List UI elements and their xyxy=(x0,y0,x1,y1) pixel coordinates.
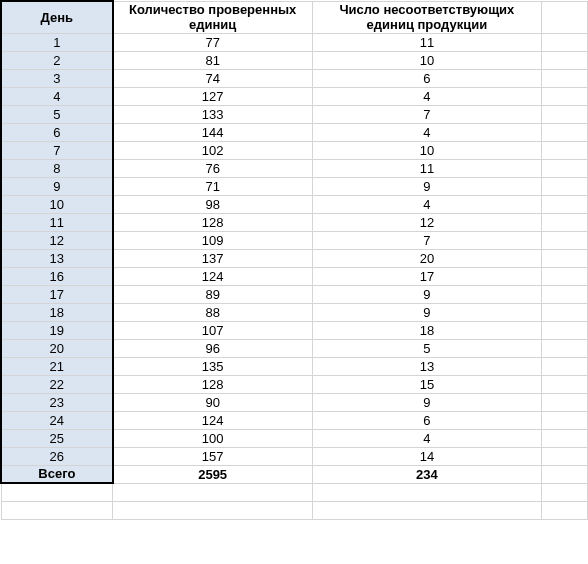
cell-checked[interactable]: 96 xyxy=(113,339,312,357)
cell-checked[interactable]: 124 xyxy=(113,411,312,429)
empty-cell[interactable] xyxy=(542,303,588,321)
empty-cell[interactable] xyxy=(542,195,588,213)
cell-defective[interactable]: 12 xyxy=(312,213,542,231)
header-checked[interactable]: Количество проверенных единиц xyxy=(113,1,312,33)
cell-checked[interactable]: 100 xyxy=(113,429,312,447)
empty-cell[interactable] xyxy=(542,339,588,357)
cell-defective[interactable]: 6 xyxy=(312,411,542,429)
cell-checked[interactable]: 128 xyxy=(113,213,312,231)
cell-day[interactable]: 5 xyxy=(1,105,113,123)
empty-cell[interactable] xyxy=(312,501,542,519)
cell-defective[interactable]: 9 xyxy=(312,285,542,303)
cell-day[interactable]: 9 xyxy=(1,177,113,195)
empty-cell[interactable] xyxy=(542,483,588,501)
cell-checked[interactable]: 88 xyxy=(113,303,312,321)
cell-day[interactable]: 3 xyxy=(1,69,113,87)
cell-day[interactable]: 7 xyxy=(1,141,113,159)
cell-checked[interactable]: 81 xyxy=(113,51,312,69)
empty-cell[interactable] xyxy=(542,123,588,141)
empty-cell[interactable] xyxy=(542,51,588,69)
cell-day[interactable]: 2 xyxy=(1,51,113,69)
empty-cell[interactable] xyxy=(542,69,588,87)
cell-defective[interactable]: 7 xyxy=(312,105,542,123)
cell-checked[interactable]: 133 xyxy=(113,105,312,123)
empty-cell[interactable] xyxy=(542,141,588,159)
cell-checked[interactable]: 137 xyxy=(113,249,312,267)
empty-cell[interactable] xyxy=(542,447,588,465)
cell-defective[interactable]: 5 xyxy=(312,339,542,357)
cell-checked[interactable]: 144 xyxy=(113,123,312,141)
cell-day[interactable]: 17 xyxy=(1,285,113,303)
empty-cell[interactable] xyxy=(542,285,588,303)
empty-cell[interactable] xyxy=(312,483,542,501)
cell-day[interactable]: 23 xyxy=(1,393,113,411)
empty-cell[interactable] xyxy=(542,159,588,177)
cell-checked[interactable]: 98 xyxy=(113,195,312,213)
cell-checked[interactable]: 74 xyxy=(113,69,312,87)
cell-checked[interactable]: 76 xyxy=(113,159,312,177)
empty-cell[interactable] xyxy=(542,375,588,393)
cell-defective[interactable]: 7 xyxy=(312,231,542,249)
cell-checked[interactable]: 157 xyxy=(113,447,312,465)
cell-defective[interactable]: 4 xyxy=(312,123,542,141)
cell-checked[interactable]: 109 xyxy=(113,231,312,249)
empty-cell[interactable] xyxy=(542,501,588,519)
cell-defective[interactable]: 4 xyxy=(312,87,542,105)
header-day[interactable]: День xyxy=(1,1,113,33)
empty-cell[interactable] xyxy=(1,483,113,501)
empty-cell[interactable] xyxy=(542,393,588,411)
cell-defective[interactable]: 13 xyxy=(312,357,542,375)
cell-defective[interactable]: 15 xyxy=(312,375,542,393)
cell-defective[interactable]: 17 xyxy=(312,267,542,285)
empty-cell[interactable] xyxy=(542,33,588,51)
cell-checked[interactable]: 127 xyxy=(113,87,312,105)
cell-day[interactable]: 1 xyxy=(1,33,113,51)
cell-day[interactable]: 20 xyxy=(1,339,113,357)
empty-header[interactable] xyxy=(542,1,588,33)
cell-day[interactable]: 10 xyxy=(1,195,113,213)
cell-defective[interactable]: 10 xyxy=(312,51,542,69)
cell-day[interactable]: 16 xyxy=(1,267,113,285)
cell-day[interactable]: 6 xyxy=(1,123,113,141)
cell-checked[interactable]: 77 xyxy=(113,33,312,51)
cell-checked[interactable]: 124 xyxy=(113,267,312,285)
total-label[interactable]: Всего xyxy=(1,465,113,483)
cell-defective[interactable]: 14 xyxy=(312,447,542,465)
cell-defective[interactable]: 4 xyxy=(312,195,542,213)
cell-defective[interactable]: 4 xyxy=(312,429,542,447)
empty-cell[interactable] xyxy=(542,321,588,339)
cell-defective[interactable]: 11 xyxy=(312,159,542,177)
data-table[interactable]: День Количество проверенных единиц Число… xyxy=(0,0,588,520)
cell-defective[interactable]: 10 xyxy=(312,141,542,159)
empty-cell[interactable] xyxy=(542,357,588,375)
cell-checked[interactable]: 107 xyxy=(113,321,312,339)
empty-cell[interactable] xyxy=(542,249,588,267)
cell-day[interactable]: 19 xyxy=(1,321,113,339)
cell-checked[interactable]: 102 xyxy=(113,141,312,159)
cell-day[interactable]: 18 xyxy=(1,303,113,321)
cell-day[interactable]: 22 xyxy=(1,375,113,393)
cell-defective[interactable]: 6 xyxy=(312,69,542,87)
empty-cell[interactable] xyxy=(1,501,113,519)
cell-checked[interactable]: 90 xyxy=(113,393,312,411)
cell-checked[interactable]: 71 xyxy=(113,177,312,195)
empty-cell[interactable] xyxy=(542,267,588,285)
empty-cell[interactable] xyxy=(542,231,588,249)
cell-checked[interactable]: 128 xyxy=(113,375,312,393)
cell-defective[interactable]: 18 xyxy=(312,321,542,339)
cell-checked[interactable]: 135 xyxy=(113,357,312,375)
empty-cell[interactable] xyxy=(542,105,588,123)
cell-defective[interactable]: 9 xyxy=(312,393,542,411)
cell-defective[interactable]: 9 xyxy=(312,303,542,321)
empty-cell[interactable] xyxy=(542,411,588,429)
empty-cell[interactable] xyxy=(542,213,588,231)
empty-cell[interactable] xyxy=(542,465,588,483)
cell-day[interactable]: 21 xyxy=(1,357,113,375)
cell-defective[interactable]: 9 xyxy=(312,177,542,195)
total-defective[interactable]: 234 xyxy=(312,465,542,483)
cell-checked[interactable]: 89 xyxy=(113,285,312,303)
cell-day[interactable]: 26 xyxy=(1,447,113,465)
cell-day[interactable]: 25 xyxy=(1,429,113,447)
empty-cell[interactable] xyxy=(542,177,588,195)
cell-day[interactable]: 12 xyxy=(1,231,113,249)
